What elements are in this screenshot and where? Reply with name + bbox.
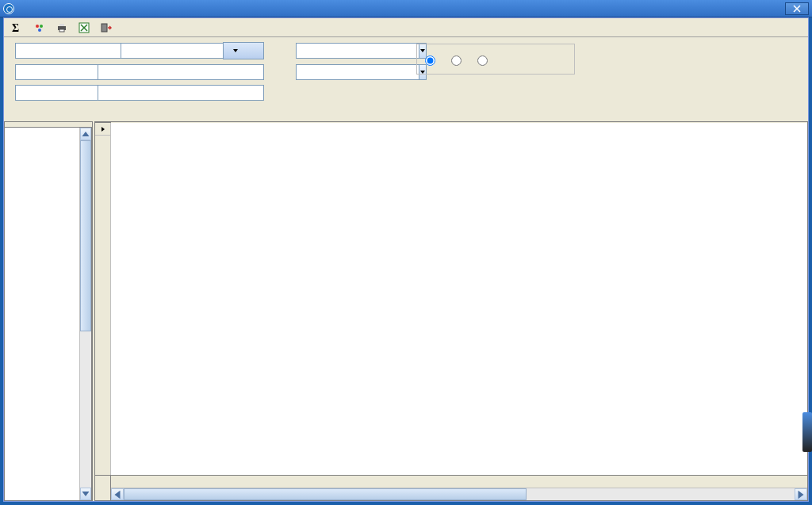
titlebar bbox=[0, 0, 812, 17]
close-button[interactable] bbox=[785, 2, 809, 15]
status-all-radio[interactable] bbox=[425, 55, 439, 66]
date-from-input[interactable] bbox=[15, 43, 138, 59]
dept-input[interactable] bbox=[296, 43, 419, 59]
export-button[interactable] bbox=[75, 21, 94, 34]
sigma-icon: Σ bbox=[12, 22, 23, 33]
grid-hscroll-row bbox=[95, 488, 807, 500]
partner-field[interactable] bbox=[15, 85, 94, 101]
hscroll-thumb[interactable] bbox=[124, 488, 527, 500]
status-pending-radio[interactable] bbox=[477, 55, 491, 66]
print-button[interactable] bbox=[53, 21, 72, 34]
svg-rect-7 bbox=[102, 24, 107, 32]
doctype-scrollbar[interactable] bbox=[79, 128, 92, 500]
date-to-field[interactable] bbox=[121, 43, 200, 59]
current-row-marker-icon bbox=[95, 123, 110, 136]
condition-button[interactable] bbox=[31, 21, 50, 34]
toolbar: Σ bbox=[4, 18, 808, 37]
partner-desc-input[interactable] bbox=[98, 85, 264, 101]
export-icon bbox=[79, 22, 90, 33]
scroll-thumb[interactable] bbox=[80, 140, 91, 331]
svg-point-0 bbox=[36, 25, 39, 28]
status-approved-radio[interactable] bbox=[451, 55, 465, 66]
scroll-up-icon[interactable] bbox=[80, 128, 91, 140]
filter-panel bbox=[4, 37, 808, 107]
content-area bbox=[4, 121, 808, 501]
period-select-button[interactable] bbox=[223, 42, 264, 59]
client-area: Σ bbox=[3, 17, 809, 502]
doctype-list[interactable] bbox=[5, 128, 79, 500]
doctype-panel bbox=[4, 121, 93, 501]
svg-rect-5 bbox=[59, 29, 64, 32]
grid-hscrollbar[interactable] bbox=[111, 488, 807, 500]
scroll-down-icon[interactable] bbox=[80, 488, 91, 500]
right-edge-indicator bbox=[802, 412, 812, 452]
exit-icon bbox=[101, 22, 112, 33]
svg-point-2 bbox=[38, 29, 41, 32]
doctype-header bbox=[5, 122, 92, 128]
category-input[interactable] bbox=[296, 64, 419, 80]
app-icon bbox=[3, 3, 14, 14]
filter-icon bbox=[34, 22, 45, 33]
product-field[interactable] bbox=[15, 64, 94, 80]
hscroll-left-icon[interactable] bbox=[111, 488, 124, 500]
svg-point-1 bbox=[40, 25, 43, 28]
printer-icon bbox=[56, 22, 67, 33]
product-desc-input[interactable] bbox=[98, 64, 264, 80]
dept-field[interactable] bbox=[296, 43, 407, 59]
svg-rect-4 bbox=[59, 24, 64, 26]
summary-button[interactable]: Σ bbox=[9, 21, 28, 34]
status-groupbox bbox=[416, 44, 575, 75]
data-grid bbox=[94, 121, 808, 501]
exit-button[interactable] bbox=[98, 21, 117, 34]
date-from-field[interactable] bbox=[15, 43, 94, 59]
grid-footer-row bbox=[95, 475, 807, 488]
grid-cells[interactable] bbox=[111, 123, 807, 475]
scroll-track[interactable] bbox=[80, 140, 91, 488]
category-field[interactable] bbox=[296, 64, 407, 80]
grid-body[interactable] bbox=[95, 123, 807, 475]
grid-row-indicators bbox=[95, 123, 111, 475]
hscroll-right-icon[interactable] bbox=[795, 488, 807, 500]
